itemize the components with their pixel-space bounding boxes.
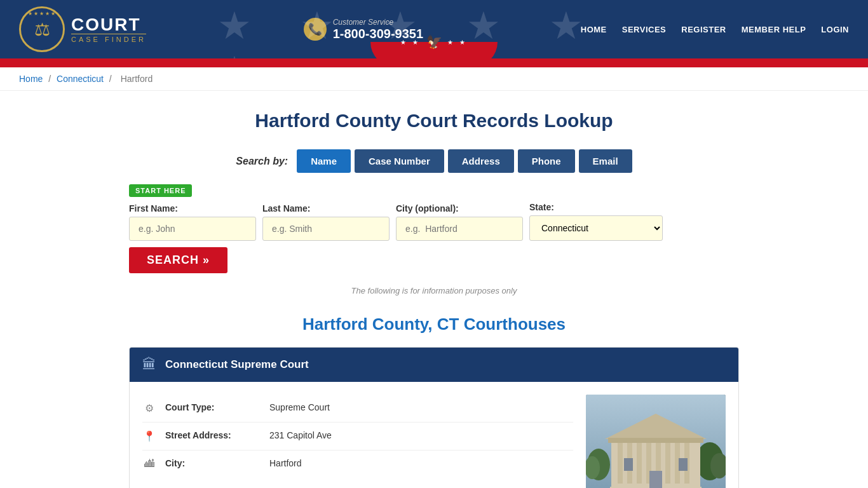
courthouse-icon: 🏛 [142,356,156,373]
state-label: State: [529,202,663,212]
svg-rect-6 [618,442,623,484]
last-name-input[interactable] [262,217,390,241]
page-title: Hartford County Court Records Lookup [129,110,739,132]
street-address-label: Street Address: [165,430,261,440]
search-tab-case-number[interactable]: Case Number [355,149,444,173]
courthouse-details: ⚙ Court Type: Supreme Court 📍 Street Add… [142,395,573,488]
wave-bar: ★ ★ 🦅 ★ ★ [0,58,868,67]
logo-court-text: COURT [71,16,146,34]
building-silhouette [586,395,726,488]
search-button[interactable]: SEARCH » [129,247,227,273]
nav-services[interactable]: SERVICES [622,25,667,34]
city-row: 🏙 City: Hartford [142,451,573,477]
court-type-row: ⚙ Court Type: Supreme Court [142,395,573,423]
svg-rect-19 [649,471,662,488]
logo-case-finder-text: CASE FINDER [71,34,146,43]
courthouse-name-link[interactable]: Connecticut Supreme Court [165,358,309,371]
search-tab-address[interactable]: Address [448,149,514,173]
search-form: First Name: Last Name: City (optional): … [129,202,739,273]
court-type-icon: ⚙ [142,402,156,414]
city-row-label: City: [165,458,261,468]
breadcrumb-hartford: Hartford [121,74,153,84]
nav-member-help[interactable]: MEMBER HELP [742,25,806,34]
svg-rect-21 [679,458,688,471]
breadcrumb-sep-2: / [109,74,114,84]
courthouse-card: 🏛 Connecticut Supreme Court ⚙ Court Type… [129,347,739,488]
breadcrumb-connecticut[interactable]: Connecticut [57,74,104,84]
main-nav: HOME SERVICES REGISTER MEMBER HELP LOGIN [581,25,849,34]
breadcrumb-sep-1: / [48,74,53,84]
customer-service-label: Customer Service [333,18,423,27]
logo-stars: ★★★★★ [28,11,57,17]
city-input[interactable] [396,217,523,241]
courthouse-card-header: 🏛 Connecticut Supreme Court [130,348,738,382]
city-label: City (optional): [396,203,523,214]
start-here-badge: START HERE [129,184,192,197]
state-field: State: AlabamaAlaskaArizonaArkansas Cali… [529,202,663,241]
wave-stars-left: ★ ★ [400,39,421,46]
city-icon: 🏙 [142,458,156,470]
last-name-label: Last Name: [262,203,390,214]
search-tab-phone[interactable]: Phone [518,149,575,173]
logo-icon: ⚖ [34,19,50,40]
courthouses-title: Hartford County, CT Courthouses [129,315,739,334]
phone-icon: 📞 [304,18,327,41]
first-name-field: First Name: [129,203,256,241]
eagle-icon: 🦅 [426,34,442,50]
breadcrumb-home[interactable]: Home [19,74,43,84]
courthouse-card-body: ⚙ Court Type: Supreme Court 📍 Street Add… [130,382,738,488]
svg-rect-8 [637,442,642,484]
search-tab-name[interactable]: Name [297,149,351,173]
city-row-value: Hartford [269,458,302,468]
street-address-row: 📍 Street Address: 231 Capitol Ave [142,423,573,451]
logo-area: ★★★★★ ⚖ COURT CASE FINDER [19,6,146,52]
svg-rect-20 [624,458,633,471]
nav-register[interactable]: REGISTER [681,25,726,34]
main-content: Hartford County Court Records Lookup Sea… [116,91,752,488]
first-name-label: First Name: [129,203,256,214]
address-icon: 📍 [142,430,156,442]
state-select[interactable]: AlabamaAlaskaArizonaArkansas CaliforniaC… [529,215,663,241]
search-by-row: Search by: Name Case Number Address Phon… [129,149,739,173]
breadcrumb: Home / Connecticut / Hartford [0,67,868,91]
nav-home[interactable]: HOME [581,25,607,34]
city-field: City (optional): [396,203,523,241]
first-name-input[interactable] [129,217,256,241]
svg-rect-15 [608,438,703,443]
last-name-field: Last Name: [262,203,390,241]
courthouse-image [586,395,726,488]
court-type-label: Court Type: [165,402,261,412]
disclaimer-text: The following is for information purpose… [129,286,739,295]
wave-stars-right: ★ ★ [447,39,468,46]
search-tab-email[interactable]: Email [579,149,632,173]
courthouse-img-placeholder [586,395,726,488]
street-address-value: 231 Capitol Ave [269,430,332,440]
logo-circle: ★★★★★ ⚖ [19,6,65,52]
nav-login[interactable]: LOGIN [821,25,849,34]
svg-rect-11 [665,442,670,484]
logo-text: COURT CASE FINDER [71,16,146,43]
court-type-value: Supreme Court [269,402,330,412]
eagle-area: ★ ★ 🦅 ★ ★ [400,34,468,50]
search-by-label: Search by: [236,156,288,167]
